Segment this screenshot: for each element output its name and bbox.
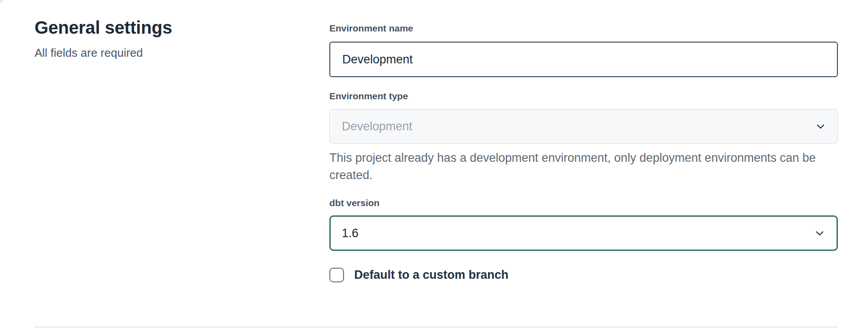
environment-settings-form: Environment name Environment type Develo… [329,0,838,328]
environment-name-label: Environment name [329,23,413,34]
dbt-version-value: 1.6 [342,226,359,240]
environment-type-helper-text: This project already has a development e… [329,149,838,184]
chevron-down-icon [814,120,827,133]
chevron-down-icon [813,227,826,239]
default-custom-branch-checkbox[interactable] [329,268,344,282]
environment-type-value: Development [342,120,412,133]
environment-type-select[interactable]: Development [329,109,838,144]
helper-text-line: created. [329,167,838,184]
default-custom-branch-label: Default to a custom branch [354,268,508,282]
card-rounded-corner [0,0,7,7]
dbt-version-select[interactable]: 1.6 [329,215,838,251]
environment-type-label: Environment type [329,91,408,102]
default-custom-branch-row[interactable]: Default to a custom branch [329,267,508,283]
dbt-version-label: dbt version [329,198,379,208]
page-title: General settings [35,18,301,38]
page-subtitle: All fields are required [35,46,301,60]
helper-text-line: This project already has a development e… [329,149,838,167]
environment-name-input[interactable] [329,42,838,77]
section-divider [35,327,838,328]
general-settings-page: General settings All fields are required… [0,0,868,328]
